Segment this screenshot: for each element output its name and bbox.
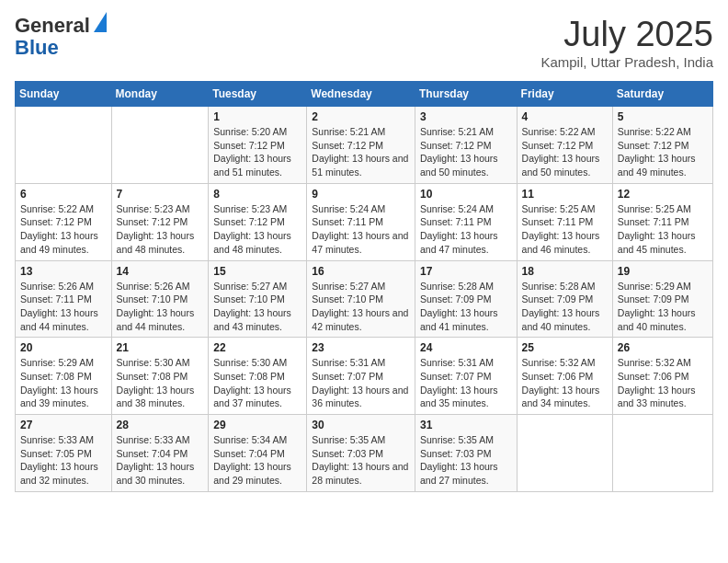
calendar-week-row: 20Sunrise: 5:29 AMSunset: 7:08 PMDayligh…	[16, 338, 713, 415]
cell-info: Sunrise: 5:28 AMSunset: 7:09 PMDaylight:…	[522, 280, 608, 334]
logo-general: General	[15, 15, 90, 37]
day-number: 3	[420, 110, 512, 123]
day-number: 2	[312, 110, 410, 123]
day-number: 24	[420, 341, 512, 354]
cell-info: Sunrise: 5:24 AMSunset: 7:11 PMDaylight:…	[312, 202, 410, 257]
calendar-header-monday: Monday	[111, 82, 209, 107]
location-subtitle: Kampil, Uttar Pradesh, India	[540, 54, 713, 70]
calendar-cell: 8Sunrise: 5:23 AMSunset: 7:12 PMDaylight…	[209, 183, 307, 260]
cell-info: Sunrise: 5:29 AMSunset: 7:08 PMDaylight:…	[20, 356, 107, 410]
cell-info: Sunrise: 5:35 AMSunset: 7:03 PMDaylight:…	[312, 433, 410, 488]
calendar-cell: 3Sunrise: 5:21 AMSunset: 7:12 PMDaylight…	[415, 107, 517, 184]
day-number: 4	[522, 110, 608, 123]
day-number: 6	[20, 188, 107, 201]
cell-info: Sunrise: 5:22 AMSunset: 7:12 PMDaylight:…	[522, 125, 608, 179]
cell-info: Sunrise: 5:22 AMSunset: 7:12 PMDaylight:…	[20, 202, 107, 257]
day-number: 11	[522, 188, 608, 201]
calendar-cell: 5Sunrise: 5:22 AMSunset: 7:12 PMDaylight…	[612, 107, 712, 184]
cell-info: Sunrise: 5:27 AMSunset: 7:10 PMDaylight:…	[213, 280, 301, 334]
calendar-week-row: 27Sunrise: 5:33 AMSunset: 7:05 PMDayligh…	[16, 415, 713, 492]
calendar-cell: 1Sunrise: 5:20 AMSunset: 7:12 PMDaylight…	[209, 107, 307, 184]
calendar-cell: 31Sunrise: 5:35 AMSunset: 7:03 PMDayligh…	[415, 415, 517, 492]
day-number: 13	[20, 265, 107, 278]
calendar-cell: 2Sunrise: 5:21 AMSunset: 7:12 PMDaylight…	[307, 107, 415, 184]
cell-info: Sunrise: 5:20 AMSunset: 7:12 PMDaylight:…	[213, 125, 301, 179]
cell-info: Sunrise: 5:25 AMSunset: 7:11 PMDaylight:…	[522, 202, 608, 257]
calendar-cell: 13Sunrise: 5:26 AMSunset: 7:11 PMDayligh…	[16, 260, 112, 338]
calendar-cell: 26Sunrise: 5:32 AMSunset: 7:06 PMDayligh…	[612, 338, 712, 415]
cell-info: Sunrise: 5:21 AMSunset: 7:12 PMDaylight:…	[420, 125, 512, 179]
calendar-week-row: 13Sunrise: 5:26 AMSunset: 7:11 PMDayligh…	[16, 260, 713, 338]
cell-info: Sunrise: 5:25 AMSunset: 7:11 PMDaylight:…	[618, 202, 708, 257]
cell-info: Sunrise: 5:28 AMSunset: 7:09 PMDaylight:…	[420, 280, 512, 334]
cell-info: Sunrise: 5:31 AMSunset: 7:07 PMDaylight:…	[312, 356, 410, 410]
day-number: 9	[312, 188, 410, 201]
calendar-cell: 14Sunrise: 5:26 AMSunset: 7:10 PMDayligh…	[111, 260, 209, 338]
day-number: 14	[117, 265, 204, 278]
calendar-cell	[612, 415, 712, 492]
day-number: 15	[213, 265, 301, 278]
day-number: 12	[618, 188, 708, 201]
cell-info: Sunrise: 5:33 AMSunset: 7:04 PMDaylight:…	[117, 433, 204, 488]
calendar-cell: 24Sunrise: 5:31 AMSunset: 7:07 PMDayligh…	[415, 338, 517, 415]
calendar-cell: 10Sunrise: 5:24 AMSunset: 7:11 PMDayligh…	[415, 183, 517, 260]
day-number: 30	[312, 419, 410, 431]
day-number: 18	[522, 265, 608, 278]
day-number: 20	[20, 341, 107, 354]
calendar-cell: 6Sunrise: 5:22 AMSunset: 7:12 PMDaylight…	[16, 183, 112, 260]
logo-blue: Blue	[15, 37, 59, 59]
calendar-cell: 21Sunrise: 5:30 AMSunset: 7:08 PMDayligh…	[111, 338, 209, 415]
calendar-cell	[16, 107, 112, 184]
cell-info: Sunrise: 5:27 AMSunset: 7:10 PMDaylight:…	[312, 280, 410, 334]
day-number: 22	[213, 341, 301, 354]
day-number: 26	[618, 341, 708, 354]
calendar-header-saturday: Saturday	[612, 82, 712, 107]
title-section: July 2025 Kampil, Uttar Pradesh, India	[540, 15, 713, 70]
cell-info: Sunrise: 5:29 AMSunset: 7:09 PMDaylight:…	[618, 280, 708, 334]
day-number: 31	[420, 419, 512, 431]
calendar-header-sunday: Sunday	[16, 82, 112, 107]
calendar-cell: 30Sunrise: 5:35 AMSunset: 7:03 PMDayligh…	[307, 415, 415, 492]
calendar-week-row: 1Sunrise: 5:20 AMSunset: 7:12 PMDaylight…	[16, 107, 713, 184]
calendar-cell: 17Sunrise: 5:28 AMSunset: 7:09 PMDayligh…	[415, 260, 517, 338]
calendar-cell	[517, 415, 612, 492]
cell-info: Sunrise: 5:21 AMSunset: 7:12 PMDaylight:…	[312, 125, 410, 179]
day-number: 5	[618, 110, 708, 123]
calendar-cell: 16Sunrise: 5:27 AMSunset: 7:10 PMDayligh…	[307, 260, 415, 338]
cell-info: Sunrise: 5:22 AMSunset: 7:12 PMDaylight:…	[618, 125, 708, 179]
cell-info: Sunrise: 5:26 AMSunset: 7:11 PMDaylight:…	[20, 280, 107, 334]
calendar-cell: 15Sunrise: 5:27 AMSunset: 7:10 PMDayligh…	[209, 260, 307, 338]
day-number: 10	[420, 188, 512, 201]
day-number: 7	[117, 188, 204, 201]
cell-info: Sunrise: 5:26 AMSunset: 7:10 PMDaylight:…	[117, 280, 204, 334]
calendar-week-row: 6Sunrise: 5:22 AMSunset: 7:12 PMDaylight…	[16, 183, 713, 260]
day-number: 17	[420, 265, 512, 278]
logo-triangle-icon	[94, 12, 107, 32]
calendar-header-row: SundayMondayTuesdayWednesdayThursdayFrid…	[16, 82, 713, 107]
calendar-table: SundayMondayTuesdayWednesdayThursdayFrid…	[15, 81, 713, 492]
cell-info: Sunrise: 5:30 AMSunset: 7:08 PMDaylight:…	[117, 356, 204, 410]
calendar-cell: 12Sunrise: 5:25 AMSunset: 7:11 PMDayligh…	[612, 183, 712, 260]
calendar-cell: 23Sunrise: 5:31 AMSunset: 7:07 PMDayligh…	[307, 338, 415, 415]
calendar-header-tuesday: Tuesday	[209, 82, 307, 107]
page-header: General Blue July 2025 Kampil, Uttar Pra…	[15, 15, 713, 70]
calendar-cell: 19Sunrise: 5:29 AMSunset: 7:09 PMDayligh…	[612, 260, 712, 338]
calendar-cell: 29Sunrise: 5:34 AMSunset: 7:04 PMDayligh…	[209, 415, 307, 492]
calendar-header-wednesday: Wednesday	[307, 82, 415, 107]
cell-info: Sunrise: 5:30 AMSunset: 7:08 PMDaylight:…	[213, 356, 301, 410]
day-number: 28	[117, 419, 204, 431]
day-number: 23	[312, 341, 410, 354]
calendar-cell: 7Sunrise: 5:23 AMSunset: 7:12 PMDaylight…	[111, 183, 209, 260]
cell-info: Sunrise: 5:34 AMSunset: 7:04 PMDaylight:…	[213, 433, 301, 488]
logo: General Blue	[15, 15, 107, 59]
calendar-cell: 28Sunrise: 5:33 AMSunset: 7:04 PMDayligh…	[111, 415, 209, 492]
cell-info: Sunrise: 5:33 AMSunset: 7:05 PMDaylight:…	[20, 433, 107, 488]
calendar-cell: 27Sunrise: 5:33 AMSunset: 7:05 PMDayligh…	[16, 415, 112, 492]
day-number: 8	[213, 188, 301, 201]
day-number: 29	[213, 419, 301, 431]
day-number: 21	[117, 341, 204, 354]
cell-info: Sunrise: 5:23 AMSunset: 7:12 PMDaylight:…	[117, 202, 204, 257]
day-number: 19	[618, 265, 708, 278]
day-number: 1	[213, 110, 301, 123]
cell-info: Sunrise: 5:24 AMSunset: 7:11 PMDaylight:…	[420, 202, 512, 257]
